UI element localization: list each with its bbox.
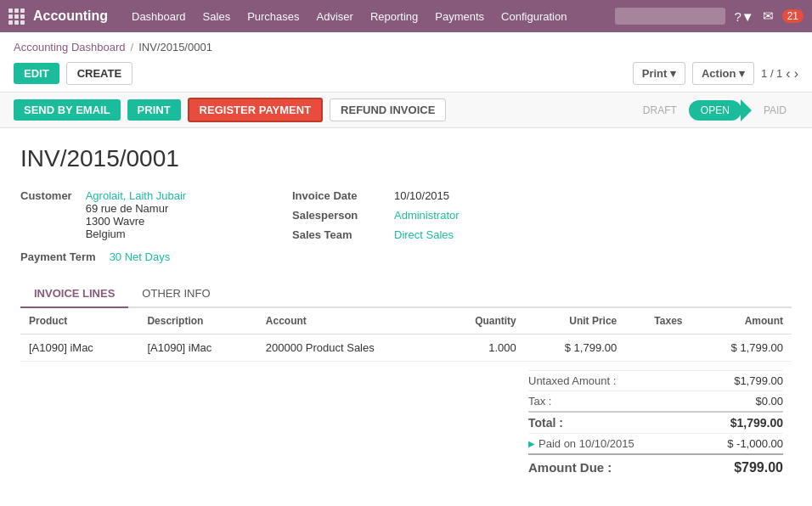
total-value: $1,799.00 [707,416,783,430]
help-icon[interactable]: ?▼ [734,9,753,24]
prev-page-button[interactable]: ‹ [786,66,790,82]
status-paid: PAID [752,100,798,121]
print-button[interactable]: Print ▾ [633,62,685,85]
sales-team-value[interactable]: Direct Sales [394,228,454,241]
top-navigation: Accounting Dashboard Sales Purchases Adv… [0,0,812,32]
untaxed-label: Untaxed Amount : [528,374,633,387]
sales-team-label: Sales Team [292,228,377,241]
tax-row: Tax : $0.00 [528,391,783,411]
nav-payments[interactable]: Payments [428,7,491,26]
col-amount: Amount [691,308,792,335]
customer-value-col: Agrolait, Laith Jubair 69 rue de Namur 1… [86,189,187,240]
nav-right: ?▼ ✉ 21 [615,8,804,25]
customer-label: Customer [20,189,72,202]
salesperson-label: Salesperson [292,209,377,222]
payment-term-label: Payment Term [20,250,96,263]
payment-term-value[interactable]: 30 Net Days [110,250,171,263]
invoice-meta: Invoice Date 10/10/2015 Salesperson Admi… [292,189,460,263]
row-amount: $ 1,799.00 [691,335,792,362]
salesperson-row: Salesperson Administrator [292,209,460,222]
total-label: Total : [528,416,580,430]
paid-row: ▶ Paid on 10/10/2015 $ -1,000.00 [528,433,783,453]
print-label: Print [642,67,668,80]
create-button[interactable]: CREATE [66,62,133,85]
customer-label-col: Customer [20,189,72,202]
row-product: [A1090] iMac [20,335,138,362]
mail-icon[interactable]: ✉ [763,8,774,24]
row-taxes [625,335,691,362]
invoice-lines-table: Product Description Account Quantity Uni… [20,308,792,362]
totals-section: Untaxed Amount : $1,799.00 Tax : $0.00 T… [20,370,792,479]
tab-invoice-lines[interactable]: INVOICE LINES [20,280,128,308]
total-row: Total : $1,799.00 [528,411,783,433]
paid-chevron-icon: ▶ [528,439,535,448]
nav-reporting[interactable]: Reporting [364,7,425,26]
salesperson-value[interactable]: Administrator [394,209,460,222]
nav-sales[interactable]: Sales [196,7,238,26]
paid-label: Paid on 10/10/2015 [539,437,707,450]
action-label: Action [702,67,736,80]
invoice-number: INV/2015/0001 [20,145,792,172]
page-info: 1 / 1 [761,67,782,80]
row-description: [A1090] iMac [138,335,257,362]
amount-due-label: Amount Due : [528,460,629,475]
totals-table: Untaxed Amount : $1,799.00 Tax : $0.00 T… [528,370,783,479]
breadcrumb-current: INV/2015/0001 [138,41,212,53]
print-invoice-button[interactable]: PRINT [127,99,181,121]
send-by-email-button[interactable]: SEND BY EMAIL [14,99,121,121]
col-account: Account [257,308,440,335]
invoice-date-value: 10/10/2015 [394,189,449,202]
nav-links: Dashboard Sales Purchases Adviser Report… [125,7,615,26]
action-bar: SEND BY EMAIL PRINT REGISTER PAYMENT REF… [0,92,812,128]
invoice-date-label: Invoice Date [292,189,377,202]
status-draft: DRAFT [631,100,689,121]
next-page-button[interactable]: › [794,66,798,82]
customer-address1: 69 rue de Namur [86,202,187,215]
row-quantity: 1.000 [440,335,525,362]
untaxed-amount-row: Untaxed Amount : $1,799.00 [528,370,783,391]
paid-value: $ -1,000.00 [707,437,783,450]
customer-name[interactable]: Agrolait, Laith Jubair [86,189,187,202]
untaxed-value: $1,799.00 [707,374,783,387]
edit-button[interactable]: EDIT [14,63,59,84]
payment-term-row: Payment Term 30 Net Days [20,250,190,263]
register-payment-button[interactable]: REGISTER PAYMENT [188,98,323,122]
col-description: Description [138,308,257,335]
row-account: 200000 Product Sales [257,335,440,362]
refund-invoice-button[interactable]: REFUND INVOICE [330,98,446,121]
breadcrumb: Accounting Dashboard / INV/2015/0001 [0,32,812,59]
col-quantity: Quantity [440,308,525,335]
print-arrow: ▾ [670,67,676,80]
row-unit-price: $ 1,799.00 [525,335,625,362]
col-unit-price: Unit Price [525,308,625,335]
tax-label: Tax : [528,395,568,408]
action-arrow: ▾ [739,67,745,80]
tab-other-info[interactable]: OTHER INFO [128,280,223,308]
customer-address2: 1300 Wavre [86,215,187,228]
nav-configuration[interactable]: Configuration [494,7,573,26]
search-input[interactable] [615,8,725,25]
toolbar: EDIT CREATE Print ▾ Action ▾ 1 / 1 ‹ › [0,59,812,92]
breadcrumb-parent[interactable]: Accounting Dashboard [14,41,126,53]
action-button[interactable]: Action ▾ [692,62,754,85]
invoice-date-row: Invoice Date 10/10/2015 [292,189,460,202]
chat-badge[interactable]: 21 [782,9,804,23]
amount-due-row: Amount Due : $799.00 [528,453,783,479]
invoice-fields: Customer Agrolait, Laith Jubair 69 rue d… [20,189,792,263]
table-row: [A1090] iMac [A1090] iMac 200000 Product… [20,335,792,362]
tax-value: $0.00 [707,395,783,408]
pagination: 1 / 1 ‹ › [761,66,798,82]
sales-team-row: Sales Team Direct Sales [292,228,460,241]
breadcrumb-separator: / [131,41,134,53]
nav-adviser[interactable]: Adviser [310,7,360,26]
nav-dashboard[interactable]: Dashboard [125,7,193,26]
customer-country: Belgium [86,228,187,240]
customer-section: Customer Agrolait, Laith Jubair 69 rue d… [20,189,190,263]
app-grid-icon[interactable] [8,8,25,25]
nav-purchases[interactable]: Purchases [240,7,306,26]
page-nav: 1 / 1 ‹ › [761,66,798,82]
status-arrow [741,99,752,121]
status-bar: DRAFT OPEN PAID [631,99,798,121]
col-taxes: Taxes [625,308,691,335]
amount-due-value: $799.00 [707,460,783,475]
